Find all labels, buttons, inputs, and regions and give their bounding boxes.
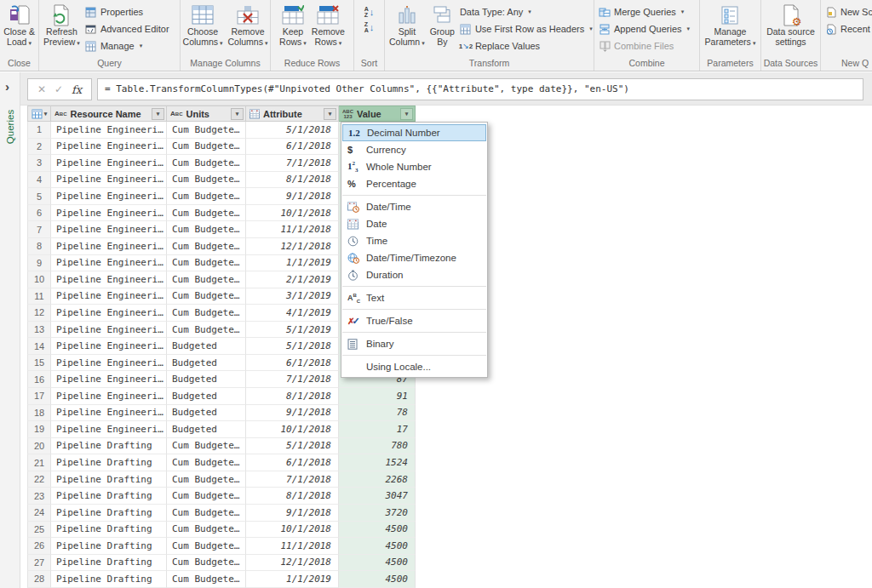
split-column-button[interactable]: SplitColumn▾ bbox=[387, 3, 427, 50]
use-first-row-as-headers-button[interactable]: Use First Row as Headers ▾ bbox=[457, 20, 595, 37]
cell-units[interactable]: Budgeted bbox=[167, 355, 246, 372]
append-queries-button[interactable]: Append Queries ▾ bbox=[596, 20, 692, 37]
formula-input[interactable]: = Table.TransformColumnTypes(#"Unpivoted… bbox=[97, 78, 863, 100]
cell-units[interactable]: Cum Budgete… bbox=[167, 522, 246, 539]
queries-pane-title[interactable]: Queries bbox=[5, 101, 15, 152]
row-number[interactable]: 9 bbox=[27, 255, 51, 272]
menu-item-date-time[interactable]: Date/Time bbox=[341, 198, 487, 215]
menu-item-true-false[interactable]: ✗✓True/False bbox=[341, 312, 487, 329]
cell-resource-name[interactable]: Pipeline Engineeri… bbox=[51, 288, 167, 305]
cell-attribute[interactable]: 10/1/2018 bbox=[246, 522, 339, 539]
properties-button[interactable]: Properties bbox=[83, 3, 172, 20]
menu-item-text[interactable]: ABCText bbox=[341, 289, 487, 306]
cell-resource-name[interactable]: Pipeline Drafting bbox=[51, 438, 167, 455]
cell-attribute[interactable]: 10/1/2018 bbox=[246, 421, 339, 438]
row-number[interactable]: 2 bbox=[27, 139, 51, 156]
row-number[interactable]: 10 bbox=[27, 271, 51, 288]
row-number[interactable]: 22 bbox=[27, 471, 51, 488]
cell-units[interactable]: Cum Budgete… bbox=[167, 471, 246, 488]
row-number[interactable]: 16 bbox=[27, 371, 51, 388]
recent-sources-button[interactable]: Recent bbox=[823, 20, 872, 37]
row-number[interactable]: 20 bbox=[27, 438, 51, 455]
cell-attribute[interactable]: 6/1/2018 bbox=[246, 454, 339, 471]
cell-units[interactable]: Budgeted bbox=[167, 405, 246, 422]
cell-value[interactable]: 4500 bbox=[339, 538, 416, 555]
cell-units[interactable]: Cum Budgete… bbox=[167, 122, 246, 139]
cell-resource-name[interactable]: Pipeline Engineeri… bbox=[51, 355, 167, 372]
cancel-formula-icon[interactable]: ✕ bbox=[37, 83, 46, 95]
menu-item-date-time-timezone[interactable]: Date/Time/Timezone bbox=[341, 249, 487, 266]
cell-resource-name[interactable]: Pipeline Engineeri… bbox=[51, 139, 167, 156]
row-number[interactable]: 21 bbox=[27, 454, 51, 471]
cell-units[interactable]: Budgeted bbox=[167, 388, 246, 405]
row-number[interactable]: 26 bbox=[27, 538, 51, 555]
cell-units[interactable]: Cum Budgete… bbox=[167, 271, 246, 288]
cell-value[interactable]: 3720 bbox=[339, 505, 416, 522]
cell-attribute[interactable]: 2/1/2019 bbox=[246, 271, 339, 288]
cell-resource-name[interactable]: Pipeline Engineeri… bbox=[51, 305, 167, 322]
menu-item-decimal-number[interactable]: 1.2Decimal Number bbox=[342, 124, 486, 141]
cell-attribute[interactable]: 9/1/2018 bbox=[246, 505, 339, 522]
menu-item-duration[interactable]: Duration bbox=[341, 266, 487, 283]
row-number[interactable]: 6 bbox=[27, 205, 51, 222]
cell-resource-name[interactable]: Pipeline Drafting bbox=[51, 538, 167, 555]
cell-resource-name[interactable]: Pipeline Engineeri… bbox=[51, 271, 167, 288]
cell-value[interactable]: 3047 bbox=[339, 488, 416, 505]
cell-units[interactable]: Cum Budgete… bbox=[167, 155, 246, 172]
cell-resource-name[interactable]: Pipeline Engineeri… bbox=[51, 405, 167, 422]
menu-item-whole-number[interactable]: 123Whole Number bbox=[341, 158, 487, 175]
cell-resource-name[interactable]: Pipeline Engineeri… bbox=[51, 338, 167, 355]
manage-parameters-button[interactable]: ManageParameters▾ bbox=[703, 3, 759, 50]
sort-ascending-button[interactable]: AZ↓ bbox=[364, 4, 375, 20]
new-source-button[interactable]: New Sc bbox=[823, 3, 872, 20]
cell-resource-name[interactable]: Pipeline Engineeri… bbox=[51, 371, 167, 388]
data-type-button[interactable]: Data Type: Any ▾ bbox=[457, 3, 595, 20]
cell-units[interactable]: Cum Budgete… bbox=[167, 454, 246, 471]
row-number[interactable]: 15 bbox=[27, 355, 51, 372]
cell-units[interactable]: Cum Budgete… bbox=[167, 322, 246, 339]
row-number[interactable]: 5 bbox=[27, 188, 51, 205]
cell-attribute[interactable]: 9/1/2018 bbox=[246, 405, 339, 422]
cell-attribute[interactable]: 1/1/2019 bbox=[246, 571, 339, 588]
refresh-preview-button[interactable]: RefreshPreview▾ bbox=[41, 3, 83, 50]
row-number[interactable]: 7 bbox=[27, 221, 51, 238]
cell-units[interactable]: Budgeted bbox=[167, 371, 246, 388]
advanced-editor-button[interactable]: Advanced Editor bbox=[83, 20, 172, 37]
cell-attribute[interactable]: 8/1/2018 bbox=[246, 388, 339, 405]
cell-attribute[interactable]: 7/1/2018 bbox=[246, 471, 339, 488]
replace-values-button[interactable]: 1↘2 Replace Values bbox=[457, 37, 595, 54]
cell-resource-name[interactable]: Pipeline Engineeri… bbox=[51, 421, 167, 438]
group-by-button[interactable]: GroupBy bbox=[427, 3, 457, 49]
row-number[interactable]: 8 bbox=[27, 238, 51, 255]
cell-attribute[interactable]: 9/1/2018 bbox=[246, 188, 339, 205]
filter-button-units[interactable]: ▾ bbox=[231, 108, 244, 120]
cell-units[interactable]: Cum Budgete… bbox=[167, 238, 246, 255]
cell-units[interactable]: Cum Budgete… bbox=[167, 438, 246, 455]
cell-units[interactable]: Cum Budgete… bbox=[167, 205, 246, 222]
cell-units[interactable]: Cum Budgete… bbox=[167, 188, 246, 205]
data-source-settings-button[interactable]: ⚙ Data sourcesettings bbox=[764, 3, 818, 49]
cell-attribute[interactable]: 12/1/2018 bbox=[246, 238, 339, 255]
row-number[interactable]: 1 bbox=[27, 122, 51, 139]
cell-value[interactable]: 2268 bbox=[339, 471, 416, 488]
cell-units[interactable]: Cum Budgete… bbox=[167, 488, 246, 505]
cell-value[interactable]: 4500 bbox=[339, 522, 416, 539]
cell-attribute[interactable]: 4/1/2019 bbox=[246, 305, 339, 322]
row-number[interactable]: 12 bbox=[27, 305, 51, 322]
cell-units[interactable]: Budgeted bbox=[167, 338, 246, 355]
cell-resource-name[interactable]: Pipeline Engineeri… bbox=[51, 388, 167, 405]
cell-attribute[interactable]: 6/1/2018 bbox=[246, 355, 339, 372]
cell-value[interactable]: 78 bbox=[339, 405, 416, 422]
cell-resource-name[interactable]: Pipeline Drafting bbox=[51, 505, 167, 522]
remove-columns-button[interactable]: RemoveColumns▾ bbox=[226, 3, 271, 50]
cell-attribute[interactable]: 6/1/2018 bbox=[246, 139, 339, 156]
row-number[interactable]: 11 bbox=[27, 288, 51, 305]
select-all-corner-button[interactable]: ▾ bbox=[27, 106, 51, 122]
cell-units[interactable]: Cum Budgete… bbox=[167, 221, 246, 238]
cell-resource-name[interactable]: Pipeline Drafting bbox=[51, 522, 167, 539]
column-header-resource-name[interactable]: ABC Resource Name ▾ bbox=[51, 106, 167, 122]
cell-attribute[interactable]: 10/1/2018 bbox=[246, 205, 339, 222]
cell-resource-name[interactable]: Pipeline Engineeri… bbox=[51, 172, 167, 189]
cell-attribute[interactable]: 7/1/2018 bbox=[246, 371, 339, 388]
row-number[interactable]: 14 bbox=[27, 338, 51, 355]
